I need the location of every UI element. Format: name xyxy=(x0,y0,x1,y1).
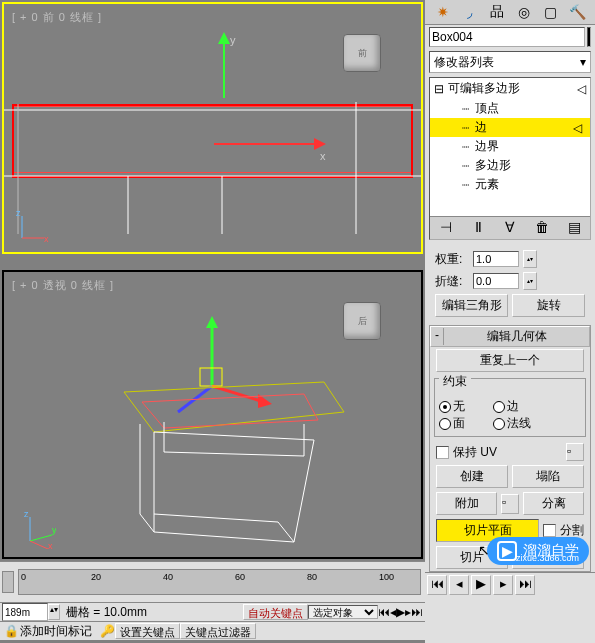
timeline-slider[interactable] xyxy=(2,571,14,593)
tick-40: 40 xyxy=(163,572,173,582)
pin-stack-icon[interactable]: ⊣ xyxy=(436,219,456,237)
stack-item-polygon[interactable]: ┈多边形 xyxy=(430,156,590,175)
viewport-front[interactable]: [ + 0 前 0 线框 ] 前 y x xyxy=(2,2,423,254)
weight-label: 权重: xyxy=(435,251,469,268)
tick-100: 100 xyxy=(379,572,394,582)
edit-geometry-rollout: - 编辑几何体 重复上一个 约束 无 边 面 法线 保持 UV ▫ xyxy=(429,325,591,572)
tick-0: 0 xyxy=(21,572,26,582)
transport-bar: ⏮ ◂ ▶ ▸ ⏭ xyxy=(425,572,595,597)
create-button[interactable]: 创建 xyxy=(436,465,508,488)
detach-button[interactable]: 分离 xyxy=(523,492,584,515)
wireframe-front-icon xyxy=(4,84,421,244)
axis-tripod-persp-icon: z y x xyxy=(16,511,56,549)
make-unique-icon[interactable]: ∀ xyxy=(500,219,520,237)
stack-toolbar: ⊣ Ⅱ ∀ 🗑 ▤ xyxy=(430,216,590,239)
split-checkbox[interactable] xyxy=(543,524,556,537)
transport-prev-icon[interactable]: ◂ xyxy=(449,575,469,595)
transport-next-icon[interactable]: ▸ xyxy=(493,575,513,595)
repeat-last-button[interactable]: 重复上一个 xyxy=(436,349,584,372)
stack-item-border[interactable]: ┈边界 xyxy=(430,137,590,156)
attach-button[interactable]: 附加 xyxy=(436,492,497,515)
key-filters-button[interactable]: 关键点过滤器 xyxy=(180,623,256,639)
watermark-badge: ▶ 溜溜自学 zixue.3d66.com xyxy=(487,537,589,565)
crease-spinner[interactable]: ▴▾ xyxy=(523,272,537,290)
tick-20: 20 xyxy=(91,572,101,582)
stack-root[interactable]: ⊟ 可编辑多边形 ◁ xyxy=(430,78,590,99)
show-end-result-icon[interactable]: Ⅱ xyxy=(468,219,488,237)
svg-line-26 xyxy=(30,541,48,549)
frame-display[interactable] xyxy=(2,603,48,621)
utilities-tab-icon[interactable]: 🔨 xyxy=(569,3,587,21)
attach-list-button[interactable]: ▫ xyxy=(501,494,519,514)
axis-tripod-front-icon: z x xyxy=(16,210,50,244)
timeline-ruler[interactable]: 0 20 40 60 80 100 xyxy=(18,569,421,595)
chevron-down-icon: ▾ xyxy=(580,55,586,69)
lock-icon[interactable]: 🔒 xyxy=(2,624,20,638)
edge-panel: 权重: ▴▾ 折缝: ▴▾ 编辑三角形 旋转 xyxy=(429,248,591,319)
viewcube-persp[interactable]: 后 xyxy=(343,302,381,340)
rollout-header[interactable]: - 编辑几何体 xyxy=(430,326,590,347)
viewcube-front[interactable]: 前 xyxy=(343,34,381,72)
stack-item-edge[interactable]: ┈边◁ xyxy=(430,118,590,137)
transport-end-icon[interactable]: ⏭ xyxy=(515,575,535,595)
modifier-list-combo[interactable]: 修改器列表 ▾ xyxy=(429,51,591,73)
constraint-edge-radio[interactable]: 边 xyxy=(493,398,543,415)
remove-modifier-icon[interactable]: 🗑 xyxy=(532,219,552,237)
timeline[interactable]: 0 20 40 60 80 100 xyxy=(0,561,425,602)
stack-arrow-icon: ◁ xyxy=(577,82,586,96)
hierarchy-tab-icon[interactable]: 品 xyxy=(488,3,506,21)
svg-marker-17 xyxy=(206,316,218,328)
transport-play-icon[interactable]: ▶ xyxy=(471,575,491,595)
collapse-button[interactable]: 塌陷 xyxy=(512,465,584,488)
edit-tri-button[interactable]: 编辑三角形 xyxy=(435,294,508,317)
goto-start-icon[interactable]: ⏮ xyxy=(378,605,390,619)
tick-80: 80 xyxy=(307,572,317,582)
constraint-none-radio[interactable]: 无 xyxy=(439,398,489,415)
object-color-swatch[interactable] xyxy=(587,27,591,47)
stack-item-vertex[interactable]: ┈顶点 xyxy=(430,99,590,118)
viewport-front-label: [ + 0 前 0 线框 ] xyxy=(12,10,102,25)
grid-label: 栅格 = 10.0mm xyxy=(66,604,147,621)
svg-text:y: y xyxy=(52,525,56,535)
configure-sets-icon[interactable]: ▤ xyxy=(564,219,584,237)
stack-item-element[interactable]: ┈元素 xyxy=(430,175,590,194)
preserve-uv-checkbox[interactable] xyxy=(436,446,449,459)
collapse-icon: ⊟ xyxy=(434,82,444,96)
motion-tab-icon[interactable]: ◎ xyxy=(515,3,533,21)
constraints-label: 约束 xyxy=(439,374,471,388)
add-time-tag[interactable]: 添加时间标记 xyxy=(20,623,100,640)
wireframe-persp-icon xyxy=(94,362,354,552)
create-tab-icon[interactable]: ✷ xyxy=(434,3,452,21)
preserve-uv-settings-button[interactable]: ▫ xyxy=(566,443,584,461)
weight-spinner[interactable]: ▴▾ xyxy=(523,250,537,268)
minus-icon: - xyxy=(431,328,444,345)
svg-marker-1 xyxy=(218,32,230,44)
play-icon[interactable]: ▶ xyxy=(396,605,405,619)
key-icon[interactable]: 🔑 xyxy=(100,624,115,638)
modifier-stack[interactable]: ⊟ 可编辑多边形 ◁ ┈顶点 ┈边◁ ┈边界 ┈多边形 ┈元素 ⊣ Ⅱ ∀ 🗑 … xyxy=(429,77,591,240)
modify-tab-icon[interactable]: ◞ xyxy=(461,3,479,21)
svg-text:z: z xyxy=(24,511,29,519)
transport-rewind-icon[interactable]: ⏮ xyxy=(427,575,447,595)
crease-input[interactable] xyxy=(473,273,519,289)
weight-input[interactable] xyxy=(473,251,519,267)
tick-60: 60 xyxy=(235,572,245,582)
frame-spinner[interactable]: ▴▾ xyxy=(48,604,60,620)
key-mode-select[interactable]: 选定对象 xyxy=(308,605,378,619)
auto-key-button[interactable]: 自动关键点 xyxy=(243,604,308,620)
goto-end-icon[interactable]: ⏭ xyxy=(411,605,423,619)
display-tab-icon[interactable]: ▢ xyxy=(542,3,560,21)
constraints-group: 约束 无 边 面 法线 xyxy=(434,378,586,437)
viewport-persp-label: [ + 0 透视 0 线框 ] xyxy=(12,278,114,293)
constraint-normal-radio[interactable]: 法线 xyxy=(493,415,543,432)
object-name-input[interactable] xyxy=(429,27,585,47)
mouse-cursor-icon: ↖ xyxy=(478,542,490,558)
preserve-uv-label: 保持 UV xyxy=(453,444,497,461)
viewport-perspective[interactable]: [ + 0 透视 0 线框 ] 后 z y xyxy=(2,270,423,559)
rotate-button[interactable]: 旋转 xyxy=(512,294,585,317)
set-key-button[interactable]: 设置关键点 xyxy=(115,623,180,639)
constraint-face-radio[interactable]: 面 xyxy=(439,415,489,432)
svg-text:x: x xyxy=(48,541,53,549)
status-bar-1: ▴▾ 栅格 = 10.0mm 自动关键点 选定对象 ⏮ ◂ ▶ ▸ ⏭ xyxy=(0,602,425,621)
svg-text:x: x xyxy=(44,234,49,244)
